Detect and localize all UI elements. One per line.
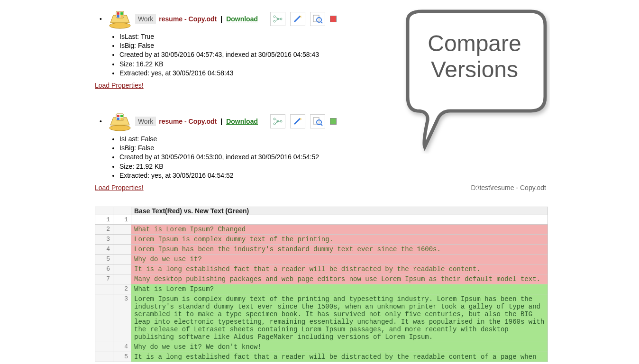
svg-rect-2 [117, 12, 119, 15]
pipe: | [220, 15, 222, 23]
load-properties-link-1[interactable]: Load Properties! [95, 82, 144, 89]
diff-row: 2What is Lorem Ipsum? Changed [95, 225, 548, 235]
filename-2: resume - Copy.odt [159, 118, 217, 125]
compare-versions-callout: Compare Versions [393, 7, 550, 154]
callout-line1: Compare [410, 30, 539, 56]
created-2: Created by at 30/05/2016 04:53:00, index… [119, 153, 639, 161]
diff-row: 6It is a long established fact that a re… [95, 264, 548, 274]
work-badge: Work [135, 117, 156, 126]
download-link-2[interactable]: Download [226, 118, 258, 125]
status-indicator-red [330, 16, 337, 22]
extracted-1: Extracted: yes, at 30/05/2016 04:58:43 [119, 69, 639, 77]
load-properties-link-2[interactable]: Load Properties! [95, 184, 144, 191]
svg-line-13 [294, 16, 300, 22]
svg-rect-31 [313, 118, 319, 124]
size-2: Size: 21.92 KB [119, 162, 639, 171]
svg-line-30 [294, 118, 300, 124]
svg-rect-3 [120, 12, 123, 15]
graph-icon-button[interactable] [270, 12, 285, 26]
bullet-icon: • [100, 15, 102, 23]
download-link-1[interactable]: Download [226, 15, 258, 23]
hdd-icon [108, 9, 132, 29]
status-indicator-green [330, 118, 337, 125]
bullet-icon: • [100, 118, 102, 125]
svg-point-7 [274, 20, 275, 22]
diff-table: Base Text(Red) vs. New Text (Green) 11 2… [95, 207, 548, 362]
extracted-2: Extracted: yes, at 30/05/2016 04:54:52 [119, 171, 639, 180]
work-badge: Work [135, 14, 156, 24]
hdd-icon [108, 111, 132, 132]
isbig-1: IsBig: False [119, 41, 639, 50]
magnify-icon-button[interactable] [310, 114, 325, 128]
diff-row: 2What is Lorem Ipsum? [95, 284, 548, 294]
svg-rect-5 [120, 15, 123, 18]
svg-rect-21 [117, 118, 119, 120]
magnify-icon-button[interactable] [310, 12, 325, 26]
callout-line2: Versions [410, 56, 539, 82]
wand-icon-button[interactable] [290, 114, 305, 128]
graph-icon-button[interactable] [270, 114, 285, 128]
svg-line-28 [275, 121, 278, 124]
size-1: Size: 16.22 KB [119, 60, 639, 68]
file-path: D:\test\resume - Copy.odt [471, 184, 546, 191]
svg-line-27 [275, 119, 278, 121]
diff-row: 11 [95, 215, 548, 225]
isbig-2: IsBig: False [119, 144, 639, 152]
diff-row: 3Lorem Ipsum is complex dummy text of th… [95, 294, 548, 342]
svg-point-17 [110, 125, 130, 131]
created-1: Created by at 30/05/2016 04:57:43, index… [119, 50, 639, 59]
svg-line-10 [275, 17, 278, 19]
svg-point-23 [274, 118, 275, 120]
diff-row: 5It is a long established fact that a re… [95, 352, 548, 362]
svg-point-0 [110, 23, 130, 28]
svg-point-24 [274, 123, 275, 125]
version-block-2: • Work resume - Copy.odt | Download [95, 111, 639, 204]
svg-line-33 [321, 124, 322, 126]
diff-row: 4Why do we use it? We don't know! [95, 342, 548, 352]
svg-line-16 [321, 22, 322, 23]
svg-rect-14 [313, 15, 319, 22]
diff-header-row: Base Text(Red) vs. New Text (Green) [95, 207, 548, 215]
filename-1: resume - Copy.odt [159, 15, 217, 23]
islast-1: IsLast: True [119, 32, 639, 41]
islast-2: IsLast: False [119, 135, 639, 143]
diff-row: 7Many desktop publishing packages and we… [95, 274, 548, 284]
svg-line-11 [275, 19, 278, 21]
svg-rect-19 [117, 115, 119, 117]
svg-rect-20 [120, 115, 123, 117]
version-block-1: • Work resume - Copy.odt | Download [95, 9, 639, 101]
svg-point-6 [274, 16, 275, 18]
pipe: | [220, 118, 222, 125]
diff-row: 5Why do we use it? [95, 255, 548, 264]
diff-row: 3Lorem Ipsum is complex dummy text of th… [95, 235, 548, 245]
svg-rect-22 [120, 118, 123, 120]
wand-icon-button[interactable] [290, 12, 305, 26]
svg-rect-4 [117, 15, 119, 18]
diff-title: Base Text(Red) vs. New Text (Green) [131, 207, 548, 215]
diff-row: 4Lorem Ipsum has been the industry's sta… [95, 245, 548, 255]
